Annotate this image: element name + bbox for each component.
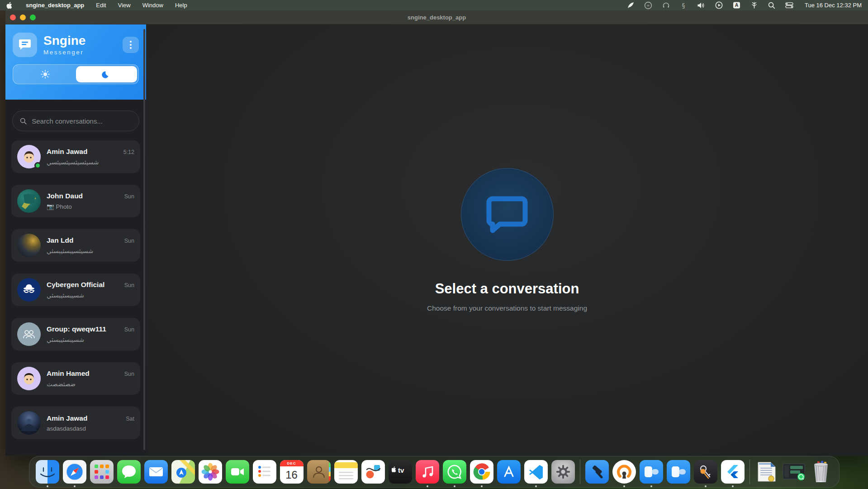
dock-icon-chrome[interactable]: [468, 456, 495, 488]
empty-state-subtitle: Choose from your conversations to start …: [427, 304, 587, 312]
dock-icon-contacts[interactable]: [305, 456, 332, 488]
running-indicator: [650, 485, 652, 487]
light-mode-option[interactable]: [14, 66, 76, 82]
dock-icon-calendar[interactable]: DEC16: [278, 456, 305, 488]
close-window-button[interactable]: [10, 14, 16, 20]
zoom-window-button[interactable]: [30, 14, 36, 20]
feather-icon[interactable]: [626, 1, 635, 9]
spotlight-search-icon[interactable]: [768, 1, 776, 9]
conversation-name: Amin Jawad: [47, 148, 87, 156]
control-center-icon[interactable]: [785, 1, 793, 9]
menubar-item-window[interactable]: Window: [142, 2, 163, 9]
dock-icon-finder[interactable]: [34, 456, 61, 488]
running-indicator: [535, 485, 537, 487]
conversation-preview: شسيثسيثسيثسيثسي: [47, 158, 134, 166]
dock-icon-launchpad[interactable]: [88, 456, 115, 488]
sidebar: Sngine Messenger: [5, 24, 146, 455]
search-icon: [20, 117, 27, 125]
brand-subtitle: Messenger: [43, 49, 85, 56]
empty-state-circle: [461, 168, 554, 261]
conversation-item[interactable]: Cybergen OfficialSunشسيبسثيبسثي: [11, 273, 140, 306]
window-titlebar[interactable]: sngine_desktop_app: [5, 10, 868, 24]
conversation-time: Sun: [121, 371, 134, 377]
dock-icon-keychain[interactable]: [692, 456, 719, 488]
conversation-name: Cybergen Official: [47, 281, 104, 289]
avatar: [17, 411, 41, 435]
conversation-item[interactable]: Amin HamedSunضصثضصث: [11, 362, 140, 395]
menubar-item-edit[interactable]: Edit: [96, 2, 106, 9]
keyboard-input-icon[interactable]: A: [732, 1, 740, 9]
chat-bubble-icon: [18, 38, 32, 52]
conversation-time: Sun: [121, 326, 134, 333]
dock-icon-mail[interactable]: [142, 456, 170, 488]
dock-icon-notes[interactable]: [332, 456, 360, 488]
dock-icon-certificate[interactable]: [753, 456, 780, 488]
menubar-item-help[interactable]: Help: [175, 2, 187, 9]
running-indicator: [427, 485, 428, 487]
running-indicator: [74, 485, 76, 487]
dark-mode-option[interactable]: [76, 66, 138, 82]
dock-icon-appstore[interactable]: [495, 456, 522, 488]
apple-menu-icon[interactable]: [6, 2, 13, 9]
dock-icon-messages[interactable]: [115, 456, 142, 488]
dock-icon-facetime[interactable]: [224, 456, 251, 488]
menubar-clock[interactable]: Tue 16 Dec 12:32 PM: [805, 2, 862, 9]
brand-title: Sngine: [43, 34, 85, 48]
dock-icon-openvpn[interactable]: [611, 456, 638, 488]
dock-icon-windowapp[interactable]: [665, 456, 692, 488]
tree-icon[interactable]: [750, 1, 758, 9]
dock-icon-reminders[interactable]: [251, 456, 278, 488]
dock-icon-settings[interactable]: [550, 456, 577, 488]
menubar-item-view[interactable]: View: [118, 2, 131, 9]
search-box[interactable]: [12, 110, 139, 131]
svg-text:∞: ∞: [646, 3, 650, 8]
conversation-item[interactable]: Amin Jawad5:12شسيثسيثسيثسيثسي: [11, 140, 140, 173]
search-input[interactable]: [32, 117, 132, 125]
svg-text:A: A: [735, 2, 738, 8]
dock-icon-whatsapp[interactable]: [441, 456, 468, 488]
conversation-preview: asdasdasdasd: [47, 425, 134, 432]
dock-divider: [749, 460, 750, 484]
status-icon-tray: ∞§A: [626, 1, 793, 9]
conversation-item[interactable]: Amin JawadSatasdasdasdasd: [11, 407, 140, 439]
conversation-time: Sun: [121, 282, 134, 288]
online-status-dot: [34, 162, 41, 169]
app-window: sngine_desktop_app Sngine Messenger: [5, 10, 868, 456]
dock-icon-trash[interactable]: [807, 456, 835, 488]
dock-icon-appletv[interactable]: tv: [387, 456, 414, 488]
dock-icon-hammer[interactable]: [583, 456, 611, 488]
conversation-name: Jan Ldd: [47, 236, 73, 244]
play-circle-icon[interactable]: [715, 1, 723, 9]
dock-icon-photos[interactable]: [197, 456, 224, 488]
avatar: [17, 278, 41, 302]
conversation-item[interactable]: John DaudSun📷 Photo: [11, 185, 140, 217]
running-indicator: [454, 485, 455, 487]
creative-cloud-icon[interactable]: ∞: [644, 1, 652, 9]
dock-icon-maps[interactable]: [170, 456, 197, 488]
conversation-item[interactable]: Jan LddSunشسيثسيبسثيبسثي: [11, 229, 140, 262]
dock-icon-vscode[interactable]: [522, 456, 550, 488]
conversation-list: Amin Jawad5:12شسيثسيثسيثسيثسيJohn DaudSu…: [5, 135, 146, 455]
dock-icon-screenshotfile[interactable]: [780, 456, 807, 488]
headphones-icon[interactable]: [662, 1, 670, 9]
script-icon[interactable]: §: [679, 1, 688, 9]
running-indicator: [732, 485, 734, 487]
dock-divider: [580, 460, 580, 484]
minimize-window-button[interactable]: [20, 14, 26, 20]
sidebar-menu-button[interactable]: [123, 37, 139, 53]
dock-icon-safari[interactable]: [61, 456, 88, 488]
dock-icon-freeform[interactable]: [360, 456, 387, 488]
dock-icon-music[interactable]: [414, 456, 441, 488]
dock-icon-windowapp[interactable]: [638, 456, 665, 488]
empty-state-title: Select a conversation: [435, 281, 579, 297]
avatar: [17, 322, 41, 346]
theme-toggle[interactable]: [13, 64, 139, 84]
sun-icon: [41, 70, 50, 79]
dock-icon-flutter[interactable]: [719, 456, 746, 488]
kebab-menu-icon: [130, 41, 132, 49]
conversation-item[interactable]: Group: qweqw111Sunشسيبسثيبسثي: [11, 318, 140, 350]
sidebar-scrollbar[interactable]: [143, 29, 145, 450]
volume-icon[interactable]: [697, 1, 705, 9]
menubar-app-name[interactable]: sngine_desktop_app: [26, 2, 84, 9]
svg-text:§: §: [682, 2, 685, 9]
